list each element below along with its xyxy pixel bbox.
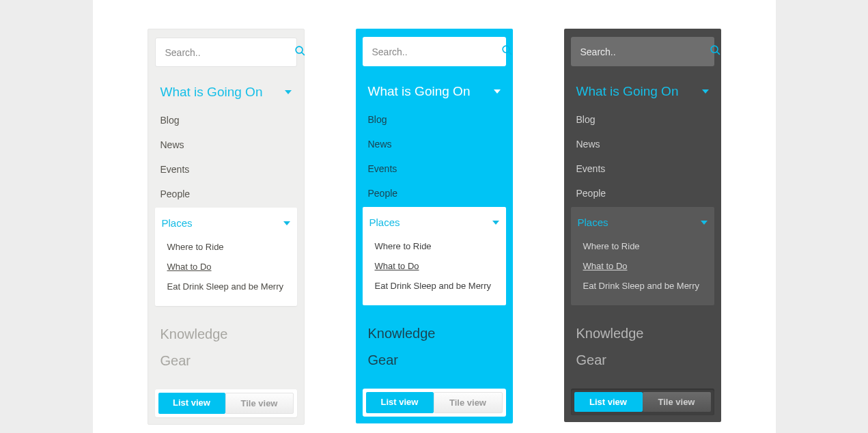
section-knowledge[interactable]: Knowledge xyxy=(368,320,501,347)
section-menu: Blog News Events People xyxy=(155,108,297,206)
section-gear[interactable]: Gear xyxy=(160,348,292,374)
sidebar-panel-cyan: What is Going On Blog News Events People… xyxy=(356,29,513,423)
places-list: Where to Ride What to Do Eat Drink Sleep… xyxy=(368,236,501,296)
menu-item-news[interactable]: News xyxy=(363,132,506,156)
section-menu: Blog News Events People xyxy=(363,107,506,206)
chevron-down-icon xyxy=(492,221,499,225)
other-sections: Knowledge Gear xyxy=(571,320,714,374)
search-box xyxy=(155,38,297,67)
sidebar-panel-dark: What is Going On Blog News Events People… xyxy=(564,29,721,422)
svg-point-4 xyxy=(711,46,718,53)
menu-item-events[interactable]: Events xyxy=(363,156,506,181)
chevron-down-icon xyxy=(283,221,290,225)
menu-item-news[interactable]: News xyxy=(571,132,714,156)
menu-item-blog[interactable]: Blog xyxy=(571,107,714,132)
search-button[interactable] xyxy=(294,44,306,61)
view-toggle: List view Tile view xyxy=(363,389,506,417)
section-knowledge[interactable]: Knowledge xyxy=(576,320,709,347)
places-title: Places xyxy=(578,216,608,228)
list-view-button[interactable]: List view xyxy=(366,392,434,413)
search-input[interactable] xyxy=(580,46,700,57)
search-input[interactable] xyxy=(372,46,492,57)
svg-point-2 xyxy=(503,46,509,53)
search-icon xyxy=(294,45,306,59)
menu-item-news[interactable]: News xyxy=(155,132,297,157)
section-gear[interactable]: Gear xyxy=(576,347,709,374)
search-box xyxy=(363,37,506,66)
places-list: Where to Ride What to Do Eat Drink Sleep… xyxy=(160,237,292,296)
section-header[interactable]: What is Going On xyxy=(363,84,506,99)
places-item-where-to-ride[interactable]: Where to Ride xyxy=(167,237,292,257)
places-header[interactable]: Places xyxy=(160,216,292,233)
menu-item-people[interactable]: People xyxy=(363,181,506,206)
places-title: Places xyxy=(162,217,193,229)
section-gear[interactable]: Gear xyxy=(368,347,501,374)
section-knowledge[interactable]: Knowledge xyxy=(160,321,292,348)
search-button[interactable] xyxy=(710,44,721,60)
sidebar-panel-light: What is Going On Blog News Events People… xyxy=(148,29,305,425)
places-item-what-to-do[interactable]: What to Do xyxy=(375,256,501,276)
places-card: Places Where to Ride What to Do Eat Drin… xyxy=(571,207,714,305)
places-title: Places xyxy=(369,216,400,228)
list-view-button[interactable]: List view xyxy=(574,392,643,412)
menu-item-people[interactable]: People xyxy=(155,182,297,206)
places-item-eat-drink[interactable]: Eat Drink Sleep and be Merry xyxy=(375,276,501,296)
menu-item-blog[interactable]: Blog xyxy=(155,108,297,132)
other-sections: Knowledge Gear xyxy=(155,321,297,374)
places-item-where-to-ride[interactable]: Where to Ride xyxy=(375,236,501,256)
section-header[interactable]: What is Going On xyxy=(571,84,714,99)
places-item-eat-drink[interactable]: Eat Drink Sleep and be Merry xyxy=(167,277,292,296)
places-header[interactable]: Places xyxy=(576,215,709,232)
canvas: What is Going On Blog News Events People… xyxy=(93,0,776,433)
search-button[interactable] xyxy=(501,44,513,60)
search-box xyxy=(571,37,714,66)
view-toggle: List view Tile view xyxy=(571,389,714,415)
places-card: Places Where to Ride What to Do Eat Drin… xyxy=(155,208,297,306)
search-icon xyxy=(501,44,513,59)
places-item-where-to-ride[interactable]: Where to Ride xyxy=(583,236,709,256)
chevron-down-icon xyxy=(701,221,708,225)
section-menu: Blog News Events People xyxy=(571,107,714,206)
places-item-what-to-do[interactable]: What to Do xyxy=(167,257,292,277)
svg-point-0 xyxy=(296,46,303,53)
section-title: What is Going On xyxy=(160,85,263,100)
chevron-down-icon xyxy=(702,89,709,94)
places-header[interactable]: Places xyxy=(368,215,501,232)
search-icon xyxy=(710,44,721,59)
menu-item-events[interactable]: Events xyxy=(571,156,714,181)
places-list: Where to Ride What to Do Eat Drink Sleep… xyxy=(576,236,709,296)
section-title: What is Going On xyxy=(368,84,471,99)
menu-item-people[interactable]: People xyxy=(571,181,714,206)
list-view-button[interactable]: List view xyxy=(158,393,225,414)
svg-line-3 xyxy=(508,52,511,55)
chevron-down-icon xyxy=(285,90,292,94)
view-toggle: List view Tile view xyxy=(155,389,297,417)
svg-line-5 xyxy=(716,52,719,55)
menu-item-events[interactable]: Events xyxy=(155,157,297,182)
search-input[interactable] xyxy=(165,47,285,58)
chevron-down-icon xyxy=(494,89,501,94)
menu-item-blog[interactable]: Blog xyxy=(363,107,506,132)
tile-view-button[interactable]: Tile view xyxy=(434,392,503,413)
section-title: What is Going On xyxy=(576,84,679,99)
places-item-eat-drink[interactable]: Eat Drink Sleep and be Merry xyxy=(583,276,709,296)
places-card: Places Where to Ride What to Do Eat Drin… xyxy=(363,207,506,305)
tile-view-button[interactable]: Tile view xyxy=(225,393,294,414)
other-sections: Knowledge Gear xyxy=(363,320,506,374)
tile-view-button[interactable]: Tile view xyxy=(643,392,711,412)
section-header[interactable]: What is Going On xyxy=(155,85,297,100)
places-item-what-to-do[interactable]: What to Do xyxy=(583,256,709,276)
svg-line-1 xyxy=(301,53,304,55)
